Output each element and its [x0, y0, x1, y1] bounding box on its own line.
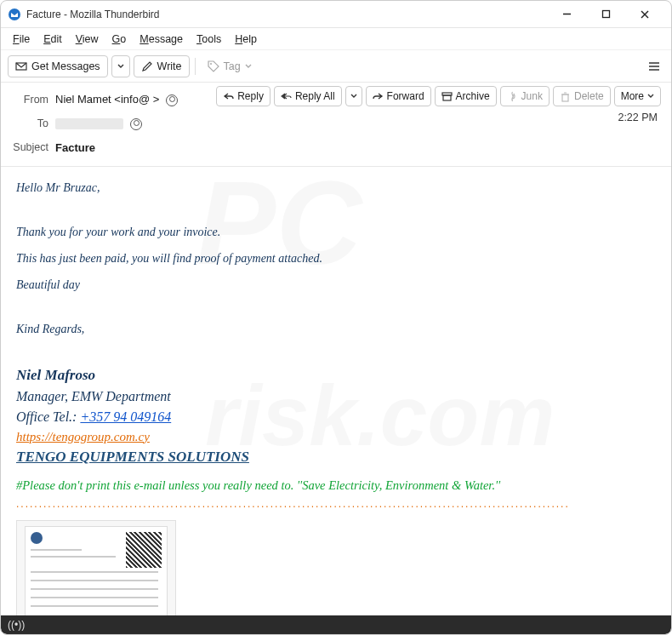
thunderbird-icon: [8, 8, 21, 21]
subject-label: Subject: [11, 141, 55, 153]
svg-rect-12: [562, 94, 568, 101]
message-body: Hello Mr Bruzac, Thank you for your work…: [1, 167, 671, 635]
inbox-icon: [15, 60, 27, 72]
contact-icon[interactable]: [166, 94, 178, 106]
svg-rect-2: [602, 11, 609, 18]
menu-edit[interactable]: Edit: [37, 31, 69, 48]
svg-point-6: [210, 63, 212, 65]
toolbar: Get Messages Write Tag: [1, 50, 671, 83]
close-button[interactable]: [625, 2, 664, 27]
to-label: To: [11, 117, 55, 129]
write-label: Write: [157, 60, 182, 72]
from-value[interactable]: Niel Mamet <info@ >: [55, 93, 178, 106]
get-messages-dropdown[interactable]: [111, 55, 130, 77]
forward-icon: [373, 91, 384, 102]
flame-icon: [507, 91, 518, 102]
statusbar: ((•)): [1, 615, 671, 634]
message-headers: Reply Reply All Forward Archive Junk Del…: [1, 83, 671, 167]
tel-link[interactable]: +357 94 049164: [80, 409, 171, 424]
trash-icon: [560, 91, 571, 102]
signature-link[interactable]: https://tengogroup.com.cy: [16, 430, 150, 443]
body-line3: Beautiful day: [16, 276, 656, 294]
menu-go[interactable]: Go: [105, 31, 134, 48]
more-button[interactable]: More: [614, 86, 661, 106]
maximize-button[interactable]: [586, 2, 625, 27]
menubar: File Edit View Go Message Tools Help: [1, 28, 671, 50]
doc-logo-icon: [31, 532, 43, 544]
reply-all-dropdown[interactable]: [345, 86, 362, 106]
reply-icon: [223, 91, 234, 102]
reply-all-icon: [281, 91, 292, 102]
attachment-thumbnail: [17, 521, 175, 621]
from-label: From: [11, 94, 55, 106]
hamburger-menu[interactable]: [644, 55, 664, 77]
to-value[interactable]: [55, 117, 142, 130]
menu-message[interactable]: Message: [133, 31, 190, 48]
body-regards: Kind Regards,: [16, 320, 656, 338]
qr-icon: [126, 532, 162, 568]
chevron-down-icon: [117, 63, 124, 70]
menu-view[interactable]: View: [69, 31, 105, 48]
body-line1: Thank you for your work and your invoice…: [16, 223, 656, 241]
get-messages-button[interactable]: Get Messages: [8, 55, 108, 77]
forward-button[interactable]: Forward: [366, 86, 431, 106]
connection-icon: ((•)): [8, 619, 25, 631]
signature-name: Niel Mafroso: [16, 364, 656, 386]
delete-button[interactable]: Delete: [553, 86, 611, 106]
titlebar: Facture - Mozilla Thunderbird: [1, 1, 671, 28]
write-button[interactable]: Write: [134, 55, 190, 77]
pencil-icon: [141, 60, 153, 72]
tag-button[interactable]: Tag: [201, 55, 259, 77]
chevron-down-icon: [647, 93, 654, 100]
chevron-down-icon: [350, 93, 357, 100]
separator: [195, 58, 196, 75]
signature-company: TENGO EQUIPMENTS SOLUTIONS: [16, 446, 656, 468]
menu-file[interactable]: File: [6, 31, 37, 48]
svg-rect-11: [443, 95, 451, 100]
archive-icon: [441, 91, 453, 102]
signature-role: Manager, EMW Department: [16, 386, 656, 407]
window-title: Facture - Mozilla Thunderbird: [26, 9, 547, 20]
get-messages-label: Get Messages: [31, 60, 100, 72]
reply-button[interactable]: Reply: [216, 86, 271, 106]
tag-label: Tag: [224, 60, 241, 72]
reply-all-button[interactable]: Reply All: [274, 86, 342, 106]
tag-icon: [208, 60, 219, 72]
signature-tel: Office Tel.: +357 94 049164: [16, 407, 656, 427]
chevron-down-icon: [245, 63, 252, 70]
redacted: [55, 118, 123, 129]
divider-dots: ........................................…: [16, 496, 656, 512]
subject-value: Facture: [55, 141, 95, 154]
minimize-button[interactable]: [547, 2, 586, 27]
contact-icon[interactable]: [130, 118, 142, 130]
eco-notice: #Please don't print this e-mail unless y…: [16, 477, 656, 495]
action-row: Reply Reply All Forward Archive Junk Del…: [216, 86, 661, 106]
timestamp: 2:22 PM: [618, 112, 658, 123]
archive-button[interactable]: Archive: [435, 86, 497, 106]
svg-point-0: [9, 9, 20, 20]
menu-tools[interactable]: Tools: [190, 31, 228, 48]
body-greeting: Hello Mr Bruzac,: [16, 179, 656, 197]
junk-button[interactable]: Junk: [500, 86, 550, 106]
menu-help[interactable]: Help: [228, 31, 264, 48]
body-line2: This has just been paid, you will find p…: [16, 249, 656, 267]
